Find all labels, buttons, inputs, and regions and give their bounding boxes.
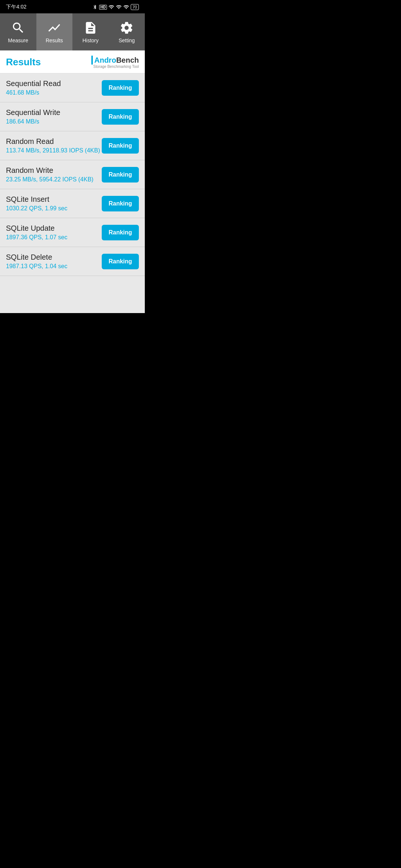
- signal-icon-1: [108, 4, 114, 10]
- benchmark-list: Sequential Read 461.68 MB/s Ranking Sequ…: [0, 73, 145, 276]
- tab-history-label: History: [82, 37, 99, 43]
- measure-icon: [11, 20, 26, 35]
- benchmark-info: Random Read 113.74 MB/s, 29118.93 IOPS (…: [6, 137, 102, 154]
- benchmark-value: 1030.22 QPS, 1.99 sec: [6, 205, 102, 212]
- results-title: Results: [6, 56, 41, 68]
- benchmark-name: Random Read: [6, 137, 102, 146]
- battery-indicator: 70: [131, 4, 139, 10]
- benchmark-row: Random Write 23.25 MB/s, 5954.22 IOPS (4…: [0, 160, 145, 189]
- wifi-icon: [123, 4, 129, 10]
- benchmark-row: Sequential Read 461.68 MB/s Ranking: [0, 73, 145, 102]
- benchmark-row: SQLite Delete 1987.13 QPS, 1.04 sec Rank…: [0, 247, 145, 276]
- setting-icon: [119, 20, 134, 35]
- benchmark-info: SQLite Delete 1987.13 QPS, 1.04 sec: [6, 253, 102, 270]
- bottom-bar: [0, 313, 145, 335]
- benchmark-info: Sequential Write 186.64 MB/s: [6, 108, 102, 125]
- benchmark-info: SQLite Insert 1030.22 QPS, 1.99 sec: [6, 195, 102, 212]
- benchmark-value: 1897.36 QPS, 1.07 sec: [6, 234, 102, 241]
- status-time: 下午4:02: [6, 4, 26, 10]
- hd-badge: HD: [99, 5, 107, 10]
- results-icon: [47, 20, 62, 35]
- signal-icon-2: [116, 4, 122, 10]
- brand-sub: Storage Benchmarking Tool: [93, 65, 139, 69]
- benchmark-name: Sequential Write: [6, 108, 102, 117]
- benchmark-info: Sequential Read 461.68 MB/s: [6, 79, 102, 96]
- status-bar: 下午4:02 HD 70: [0, 0, 145, 13]
- benchmark-name: Random Write: [6, 166, 102, 175]
- benchmark-row: Sequential Write 186.64 MB/s Ranking: [0, 102, 145, 131]
- ranking-button[interactable]: Ranking: [102, 80, 139, 96]
- brand-name: AndroBench: [94, 56, 139, 65]
- ranking-button[interactable]: Ranking: [102, 196, 139, 211]
- ranking-button[interactable]: Ranking: [102, 225, 139, 240]
- ranking-button[interactable]: Ranking: [102, 138, 139, 154]
- benchmark-value: 23.25 MB/s, 5954.22 IOPS (4KB): [6, 176, 102, 183]
- tab-measure-label: Measure: [8, 37, 28, 43]
- benchmark-name: SQLite Insert: [6, 195, 102, 204]
- tab-bar: Measure Results History Setting: [0, 13, 145, 50]
- brand-accent: [91, 56, 93, 65]
- tab-results[interactable]: Results: [36, 13, 73, 50]
- tab-setting-label: Setting: [118, 37, 135, 43]
- tab-history[interactable]: History: [72, 13, 109, 50]
- benchmark-row: SQLite Update 1897.36 QPS, 1.07 sec Rank…: [0, 218, 145, 247]
- benchmark-row: Random Read 113.74 MB/s, 29118.93 IOPS (…: [0, 131, 145, 160]
- benchmark-info: Random Write 23.25 MB/s, 5954.22 IOPS (4…: [6, 166, 102, 183]
- ranking-button[interactable]: Ranking: [102, 254, 139, 269]
- history-icon: [83, 20, 98, 35]
- main-content: Results AndroBench Storage Benchmarking …: [0, 50, 145, 313]
- tab-results-label: Results: [46, 37, 63, 43]
- bluetooth-icon: [92, 4, 98, 10]
- benchmark-name: SQLite Update: [6, 224, 102, 233]
- benchmark-name: SQLite Delete: [6, 253, 102, 262]
- tab-measure[interactable]: Measure: [0, 13, 36, 50]
- benchmark-value: 461.68 MB/s: [6, 89, 102, 96]
- status-icons: HD 70: [92, 4, 139, 10]
- benchmark-value: 1987.13 QPS, 1.04 sec: [6, 263, 102, 270]
- brand-logo: AndroBench Storage Benchmarking Tool: [91, 56, 139, 69]
- benchmark-row: SQLite Insert 1030.22 QPS, 1.99 sec Rank…: [0, 189, 145, 218]
- ranking-button[interactable]: Ranking: [102, 167, 139, 183]
- benchmark-value: 186.64 MB/s: [6, 118, 102, 125]
- benchmark-value: 113.74 MB/s, 29118.93 IOPS (4KB): [6, 147, 102, 154]
- benchmark-info: SQLite Update 1897.36 QPS, 1.07 sec: [6, 224, 102, 241]
- tab-setting[interactable]: Setting: [109, 13, 145, 50]
- results-header: Results AndroBench Storage Benchmarking …: [0, 50, 145, 73]
- ranking-button[interactable]: Ranking: [102, 109, 139, 125]
- benchmark-name: Sequential Read: [6, 79, 102, 88]
